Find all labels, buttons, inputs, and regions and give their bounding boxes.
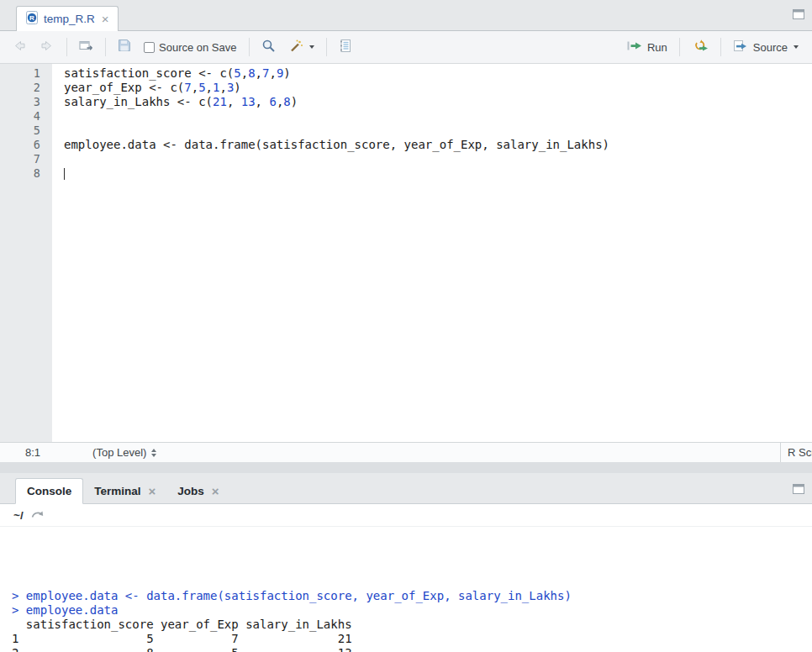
line-number[interactable]: 8 (0, 166, 40, 181)
code-line (64, 166, 812, 181)
find-replace-button[interactable] (258, 36, 279, 59)
close-icon[interactable]: × (212, 485, 219, 497)
rerun-icon (692, 39, 709, 55)
file-type-label: R Script (788, 446, 812, 459)
source-tabbar: R temp_R.R × (0, 0, 812, 31)
run-button[interactable]: Run (623, 37, 671, 58)
scope-label: (Top Level) (92, 446, 146, 459)
line-number[interactable]: 7 (0, 152, 40, 166)
magic-wand-icon (288, 39, 303, 56)
rerun-previous-button[interactable] (688, 37, 712, 58)
pane-splitter[interactable] (0, 462, 812, 473)
code-line (64, 152, 812, 166)
toolbar-separator (326, 38, 327, 56)
tab-label: Console (27, 485, 71, 497)
r-file-icon: R (25, 11, 39, 28)
cursor-position: 8:1 (25, 446, 40, 459)
code-line: satisfaction_score <- c(5,8,7,9) (64, 66, 812, 81)
console-path-row: ~/ (0, 504, 812, 527)
toolbar-separator (249, 38, 250, 56)
source-editor[interactable]: 12345678 satisfaction_score <- c(5,8,7,9… (0, 64, 812, 442)
console-tabbar: Console Terminal × Jobs × (0, 473, 812, 504)
code-line (64, 124, 812, 138)
source-on-save-label: Source on Save (159, 41, 237, 54)
line-number[interactable]: 6 (0, 138, 40, 152)
line-number[interactable]: 4 (0, 109, 40, 124)
line-number[interactable]: 2 (0, 81, 40, 95)
source-on-save-checkbox[interactable] (144, 42, 155, 53)
chevron-down-icon (794, 45, 799, 49)
forward-icon (40, 39, 55, 55)
close-icon[interactable]: × (102, 13, 109, 25)
console-line: > employee.data (12, 603, 812, 618)
compile-report-button[interactable] (335, 36, 356, 59)
clipped-console-line: employee.data <- data.frame(satisfaction… (12, 555, 812, 560)
toolbar-separator (720, 38, 721, 56)
back-button[interactable] (8, 37, 30, 58)
popout-window-icon (79, 39, 93, 55)
save-icon (118, 39, 131, 55)
source-on-save-toggle[interactable]: Source on Save (140, 39, 240, 56)
editor-code-lines[interactable]: satisfaction_score <- c(5,8,7,9)year_of_… (52, 64, 812, 442)
back-icon (12, 39, 27, 55)
forward-button[interactable] (36, 37, 58, 58)
console-line: > employee.data <- data.frame(satisfacti… (12, 589, 812, 603)
console-line: satisfaction_score year_of_Exp salary_in… (12, 618, 812, 632)
source-label: Source (753, 41, 788, 54)
editor-toolbar: Source on Save Run Source (0, 31, 812, 64)
working-directory-label: ~/ (13, 509, 24, 522)
tab-terminal[interactable]: Terminal × (83, 478, 166, 504)
rstudio-window: R temp_R.R × Source on Save (0, 0, 812, 652)
code-line: employee.data <- data.frame(satisfaction… (64, 138, 812, 152)
code-line: year_of_Exp <- c(7,5,1,3) (64, 81, 812, 95)
toolbar-separator (105, 38, 106, 56)
editor-gutter[interactable]: 12345678 (0, 64, 52, 442)
open-in-new-window-button[interactable] (76, 37, 97, 57)
code-tools-button[interactable] (285, 36, 318, 59)
toolbar-separator (679, 38, 680, 56)
code-line (64, 109, 812, 124)
goto-directory-icon[interactable] (30, 508, 45, 522)
tab-console[interactable]: Console (15, 478, 83, 504)
source-button[interactable]: Source (730, 37, 802, 58)
editor-statusbar: 8:1 (Top Level) R Script (0, 442, 812, 462)
run-icon (626, 39, 643, 55)
code-line: salary_in_Lakhs <- c(21, 13, 6,8) (64, 95, 812, 109)
tab-title: temp_R.R (44, 13, 95, 25)
close-icon[interactable]: × (149, 485, 156, 497)
toolbar-separator (66, 38, 67, 56)
scope-selector[interactable]: (Top Level) (92, 446, 156, 459)
chevron-down-icon (309, 45, 314, 49)
tab-label: Jobs (177, 485, 204, 497)
run-label: Run (647, 41, 667, 54)
file-type-button[interactable]: R Script (780, 443, 812, 462)
console-line: 2 8 5 13 (12, 646, 812, 652)
scope-spinner-icon (151, 449, 156, 457)
notebook-icon (339, 39, 352, 56)
console-lines: > employee.data <- data.frame(satisfacti… (12, 589, 812, 652)
tab-label: Terminal (94, 485, 140, 497)
line-number[interactable]: 1 (0, 66, 40, 81)
console-output[interactable]: employee.data <- data.frame(satisfaction… (0, 527, 812, 652)
line-number[interactable]: 5 (0, 124, 40, 138)
minimize-source-pane-icon[interactable] (792, 8, 805, 19)
console-line: 1 5 7 21 (12, 632, 812, 646)
source-icon (733, 39, 749, 55)
tab-temp-r[interactable]: R temp_R.R × (16, 6, 119, 31)
tab-jobs[interactable]: Jobs × (166, 478, 229, 504)
text-cursor (64, 168, 65, 180)
line-number[interactable]: 3 (0, 95, 40, 109)
svg-text:R: R (29, 13, 34, 21)
search-icon (261, 39, 276, 56)
minimize-console-pane-icon[interactable] (792, 483, 805, 494)
save-button[interactable] (114, 36, 134, 58)
